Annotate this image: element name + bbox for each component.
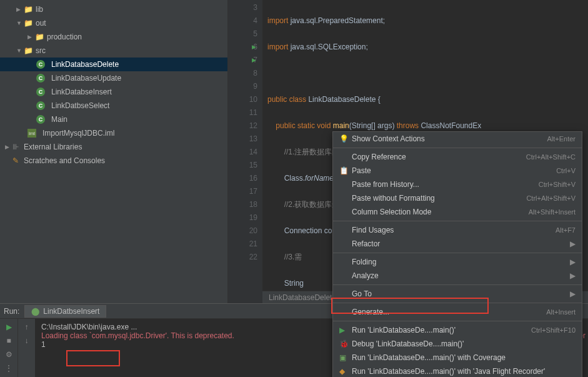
more-icon[interactable]: ⋮	[5, 364, 12, 373]
menu-column-selection[interactable]: Column Selection ModeAlt+Shift+Insert	[333, 205, 582, 219]
gutter[interactable]: 3 4 5 6 7 8 9 10 11 12 13 14 15 16 17 18…	[228, 0, 262, 303]
tree-label: src	[36, 46, 46, 55]
menu-label: Paste from History...	[352, 180, 539, 189]
tree-item-file-linkdatbseselect[interactable]: CLinkDatbseSelect	[0, 99, 227, 113]
tree-label: production	[47, 33, 82, 41]
tree-item-file-linkdatabasedelete[interactable]: CLinkDatabaseDelete	[0, 58, 227, 71]
tree-item-file-main[interactable]: CMain	[0, 113, 227, 126]
chevron-right-icon: ▶	[570, 289, 576, 298]
run-gutter-icon[interactable]: ▶	[252, 54, 256, 67]
tree-label: Main	[51, 115, 67, 124]
code-token: String	[267, 279, 304, 288]
shortcut: Ctrl+Shift+V	[539, 181, 576, 188]
down-icon[interactable]: ↓	[25, 336, 29, 345]
line-number: 22	[228, 251, 257, 264]
bulb-icon: 💡	[339, 134, 352, 143]
chevron-right-icon: ▶	[5, 144, 12, 150]
folder-icon: 📁	[24, 46, 33, 55]
output-line: Loading class `com.mysql.jdbc.Driver'. T…	[41, 331, 234, 340]
code-token: forName	[305, 174, 334, 183]
run-tab-label: LinkDatbseInsert	[43, 307, 99, 316]
menu-find-usages[interactable]: Find UsagesAlt+F7	[333, 223, 582, 237]
up-icon[interactable]: ↑	[25, 323, 29, 331]
shortcut: Alt+Shift+Insert	[529, 208, 576, 216]
project-tree[interactable]: ▶📁lib ▼📁out ▶📁production ▼📁src CLinkData…	[0, 0, 228, 303]
stop-icon[interactable]: ■	[6, 336, 11, 345]
menu-show-context-actions[interactable]: 💡Show Context ActionsAlt+Enter	[333, 132, 582, 146]
menu-refactor[interactable]: Refactor▶	[333, 237, 582, 251]
code-token: import	[267, 43, 291, 51]
tree-item-production[interactable]: ▶📁production	[0, 30, 227, 44]
breadcrumb-item: LinkDatabaseDelet	[269, 293, 332, 302]
class-icon: C	[36, 60, 45, 69]
class-icon: C	[36, 115, 45, 124]
shortcut: Ctrl+Alt+Shift+C	[526, 153, 576, 161]
menu-debug[interactable]: 🐞Debug 'LinkDatabaseDe....main()'	[333, 337, 582, 351]
line-number: 15	[228, 159, 257, 172]
tree-item-file-linkdatabaseupdate[interactable]: CLinkDatabaseUpdate	[0, 71, 227, 85]
chevron-right-icon: ▶	[570, 271, 576, 280]
tree-label: lib	[36, 5, 43, 14]
tree-item-scratches[interactable]: ✎Scratches and Consoles	[0, 154, 227, 168]
run-tab[interactable]: ⬤LinkDatbseInsert	[24, 305, 106, 318]
chevron-down-icon: ▼	[16, 48, 24, 54]
code-token: import	[267, 16, 291, 25]
code-token: (String[] args)	[349, 121, 397, 130]
menu-paste[interactable]: 📋PasteCtrl+V	[333, 164, 582, 178]
shortcut: Ctrl+Shift+F10	[531, 326, 576, 334]
shortcut: Alt+Enter	[547, 135, 576, 143]
tree-item-file-linkdatabseinsert[interactable]: CLinkDatabseInsert	[0, 85, 227, 99]
menu-label: Find Usages	[352, 226, 556, 234]
menu-label: Analyze	[352, 271, 570, 280]
menu-analyze[interactable]: Analyze▶	[333, 269, 582, 283]
menu-label: Refactor	[352, 239, 570, 248]
coverage-icon: ▣	[339, 353, 352, 362]
tree-label: LinkDatbseSelect	[51, 101, 109, 110]
line-number: 12	[228, 119, 257, 133]
code-token: java.sql.SQLException;	[291, 43, 368, 51]
line-number: 5	[228, 28, 257, 41]
tree-item-src[interactable]: ▼📁src	[0, 44, 227, 58]
line-number: 10	[228, 93, 257, 106]
rerun-icon[interactable]: ▶	[6, 323, 12, 331]
menu-run-coverage[interactable]: ▣Run 'LinkDatabaseDe....main()' with Cov…	[333, 351, 582, 364]
line-number: 8	[228, 67, 257, 80]
tree-item-external-libraries[interactable]: ▶⊪External Libraries	[0, 140, 227, 154]
jfr-icon: ◆	[339, 367, 352, 376]
menu-paste-without-formatting[interactable]: Paste without FormattingCtrl+Alt+Shift+V	[333, 191, 582, 205]
run-gutter-icon[interactable]: ▶	[252, 41, 256, 54]
code-token: LinkDatabaseDelete {	[308, 95, 380, 104]
menu-copy-reference[interactable]: Copy ReferenceCtrl+Alt+Shift+C	[333, 150, 582, 164]
chevron-right-icon: ▶	[27, 34, 35, 40]
menu-separator	[333, 321, 582, 321]
tree-label: out	[36, 19, 46, 28]
shortcut: Alt+Insert	[546, 308, 576, 316]
chevron-down-icon: ▼	[16, 20, 24, 26]
file-icon: iml	[27, 129, 36, 138]
scratches-icon: ✎	[12, 156, 19, 165]
tree-item-out[interactable]: ▼📁out	[0, 16, 227, 30]
menu-run[interactable]: ▶Run 'LinkDatabaseDe....main()'Ctrl+Shif…	[333, 323, 582, 337]
annotation-box	[331, 298, 489, 314]
code-token: //3.需	[267, 253, 302, 261]
shortcut: Ctrl+Alt+Shift+V	[526, 194, 576, 202]
menu-label: Run 'LinkDatabaseDe....main()' with 'Jav…	[352, 367, 576, 376]
debug-icon: 🐞	[339, 339, 352, 348]
tree-item-iml[interactable]: imlImportMysqlJDBC.iml	[0, 126, 227, 140]
line-number: 4	[228, 14, 257, 28]
menu-label: Paste	[352, 166, 556, 175]
line-number: 13	[228, 133, 257, 146]
shortcut: Ctrl+V	[556, 167, 576, 174]
settings-icon[interactable]: ⚙	[6, 350, 12, 359]
menu-separator	[333, 284, 582, 285]
line-number: 19	[228, 211, 257, 224]
line-number: 18	[228, 198, 257, 211]
menu-run-jfr[interactable]: ◆Run 'LinkDatabaseDe....main()' with 'Ja…	[333, 364, 582, 377]
menu-folding[interactable]: Folding▶	[333, 255, 582, 269]
menu-label: Go To	[352, 289, 570, 298]
menu-paste-history[interactable]: Paste from History...Ctrl+Shift+V	[333, 178, 582, 191]
line-number: 20	[228, 224, 257, 238]
run-icon: ⬤	[31, 307, 39, 316]
tree-item-lib[interactable]: ▶📁lib	[0, 3, 227, 16]
line-number: 16	[228, 172, 257, 185]
